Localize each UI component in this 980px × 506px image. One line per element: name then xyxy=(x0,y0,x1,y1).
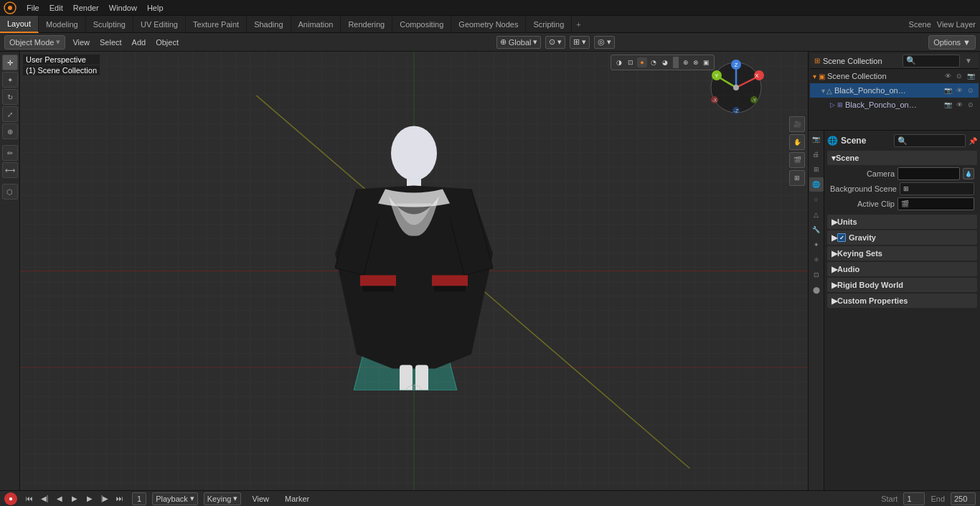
background-scene-field[interactable]: ⊞ xyxy=(900,182,974,195)
proportional-editing[interactable]: ◎ ▾ xyxy=(594,36,615,49)
menu-render[interactable]: Render xyxy=(68,2,104,14)
outliner-restrict-viewport[interactable]: 👁 xyxy=(943,71,953,81)
properties-pin-button[interactable]: 📌 xyxy=(969,137,977,145)
material-mode-button[interactable]: ◔ xyxy=(649,57,659,67)
active-clip-field[interactable]: 🎬 xyxy=(897,197,974,210)
tab-rendering[interactable]: Rendering xyxy=(341,16,392,33)
tool-scale[interactable]: ⤢ xyxy=(2,106,18,122)
scene-selector[interactable]: Scene xyxy=(909,20,931,29)
outliner-sub-camera-icon[interactable]: 📷 xyxy=(943,100,953,110)
viewport-shading-button[interactable]: ◑ xyxy=(614,57,624,67)
outliner-item-camera-icon[interactable]: 📷 xyxy=(943,85,953,95)
render-button[interactable]: ⊡ xyxy=(626,57,636,67)
gravity-section-header[interactable]: ▶ ✓ Gravity xyxy=(827,230,977,245)
snap-toggle[interactable]: ⊞ ▾ xyxy=(570,36,590,49)
prop-icon-object[interactable]: △ xyxy=(809,207,824,222)
viewport-options-button[interactable]: Options ▼ xyxy=(928,35,976,50)
tool-rotate[interactable]: ↻ xyxy=(2,89,18,105)
end-frame-input[interactable]: 250 xyxy=(951,492,976,505)
tool-cursor[interactable]: ✛ xyxy=(2,55,18,70)
prev-frame-button[interactable]: ◀ xyxy=(53,492,66,505)
tool-move[interactable]: ✦ xyxy=(2,72,18,88)
audio-section-header[interactable]: ▶ Audio xyxy=(827,262,977,276)
outliner-item-poncho[interactable]: ▾ △ Black_Poncho_on_Mannequin 📷 👁 ⊙ xyxy=(810,83,979,98)
keying-sets-section-header[interactable]: ▶ Keying Sets xyxy=(827,246,977,261)
gravity-checkbox[interactable]: ✓ xyxy=(837,233,846,242)
units-section-header[interactable]: ▶ Units xyxy=(827,215,977,229)
next-keyframe-button[interactable]: |▶ xyxy=(98,492,111,505)
transform-orientation[interactable]: ⊕ Global ▾ xyxy=(496,36,542,49)
properties-search[interactable]: 🔍 xyxy=(894,134,966,147)
tool-annotate[interactable]: ✏ xyxy=(2,145,18,161)
outliner-item-scene-collection[interactable]: ▾ ▣ Scene Collection 👁 ⊙ 📷 xyxy=(810,69,979,83)
current-frame-display[interactable]: 1 xyxy=(132,492,146,505)
outliner-search[interactable]: 🔍 xyxy=(903,55,960,67)
navigation-gizmo[interactable]: X Y Z -X -Y -Z xyxy=(707,59,765,116)
add-menu[interactable]: Add xyxy=(128,37,151,48)
prop-icon-particles[interactable]: ✦ xyxy=(809,238,824,252)
prop-icon-render[interactable]: 📷 xyxy=(809,132,824,146)
outliner-item-poncho-sub[interactable]: ▷ ⊞ Black_Poncho_on_Manne 📷 👁 ⊙ xyxy=(810,98,979,112)
pan-button[interactable]: ✋ xyxy=(789,134,805,150)
viewport-3d[interactable]: User Perspective (1) Scene Collection X … xyxy=(20,52,808,490)
zoom-button[interactable]: 🎬 xyxy=(789,152,805,168)
timeline-view-menu[interactable]: View xyxy=(247,493,274,505)
snap-view-button[interactable]: ⊞ xyxy=(789,170,805,186)
prop-icon-physics[interactable]: ⚛ xyxy=(809,253,824,267)
camera-field[interactable] xyxy=(897,167,960,180)
overlay-toggle[interactable]: ⊕ xyxy=(682,59,690,66)
playback-menu[interactable]: Playback ▾ xyxy=(152,492,198,505)
object-menu[interactable]: Object xyxy=(151,37,183,48)
prop-icon-world[interactable]: ○ xyxy=(809,192,824,207)
outliner-sub-eye-icon[interactable]: 👁 xyxy=(954,100,964,110)
select-menu[interactable]: Select xyxy=(95,37,126,48)
keying-menu[interactable]: Keying ▾ xyxy=(204,492,242,505)
tab-modeling[interactable]: Modeling xyxy=(39,16,86,33)
menu-help[interactable]: Help xyxy=(142,2,169,14)
prop-icon-modifier[interactable]: 🔧 xyxy=(809,222,824,237)
tab-animation[interactable]: Animation xyxy=(291,16,341,33)
scene-section-header[interactable]: ▾ Scene xyxy=(827,151,977,165)
menu-file[interactable]: File xyxy=(22,2,44,14)
camera-view-button[interactable]: 🎥 xyxy=(789,116,805,132)
prev-keyframe-button[interactable]: ◀| xyxy=(38,492,51,505)
tab-texture-paint[interactable]: Texture Paint xyxy=(186,16,247,33)
view-menu[interactable]: View xyxy=(68,37,94,48)
outliner-filter-button[interactable]: ▼ xyxy=(963,57,974,65)
prop-icon-scene[interactable]: 🌐 xyxy=(809,177,824,192)
menu-window[interactable]: Window xyxy=(104,2,142,14)
tab-sculpting[interactable]: Sculpting xyxy=(86,16,133,33)
tab-compositing[interactable]: Compositing xyxy=(392,16,451,33)
prop-icon-object-data[interactable]: ⊡ xyxy=(809,268,824,282)
tab-uv-editing[interactable]: UV Editing xyxy=(133,16,186,33)
pivot-point[interactable]: ⊙ ▾ xyxy=(545,36,565,49)
play-button[interactable]: ▶ xyxy=(68,492,81,505)
xray-toggle[interactable]: ▣ xyxy=(702,59,711,66)
prop-icon-view-layer[interactable]: ⊞ xyxy=(809,162,824,177)
next-frame-button[interactable]: ▶ xyxy=(83,492,96,505)
tool-measure[interactable]: ⟷ xyxy=(2,162,18,178)
gizmo-toggle[interactable]: ⊗ xyxy=(692,59,700,66)
timeline-marker-menu[interactable]: Marker xyxy=(280,493,314,505)
prop-icon-output[interactable]: 🖨 xyxy=(809,147,824,161)
tab-scripting[interactable]: Scripting xyxy=(526,16,572,33)
mode-selector[interactable]: Object Mode ▾ xyxy=(4,35,65,50)
solid-mode-button[interactable]: ● xyxy=(637,57,647,67)
add-workspace-button[interactable]: + xyxy=(572,19,585,30)
view-layer-selector[interactable]: View Layer xyxy=(937,20,976,29)
jump-to-start-button[interactable]: ⏮ xyxy=(23,492,36,505)
rendered-mode-button[interactable]: ◕ xyxy=(660,57,670,67)
camera-eyedropper-button[interactable]: 💧 xyxy=(963,168,974,179)
tool-add-object[interactable]: ⬡ xyxy=(2,184,18,200)
record-button[interactable]: ● xyxy=(4,492,17,505)
start-frame-input[interactable]: 1 xyxy=(903,492,925,505)
prop-icon-material[interactable]: ⬤ xyxy=(809,283,824,297)
tab-layout[interactable]: Layout xyxy=(0,16,39,33)
menu-edit[interactable]: Edit xyxy=(44,2,68,14)
jump-to-end-button[interactable]: ⏭ xyxy=(113,492,126,505)
outliner-restrict-render[interactable]: 📷 xyxy=(966,71,976,81)
tool-transform[interactable]: ⊕ xyxy=(2,123,18,139)
outliner-item-render-icon[interactable]: ⊙ xyxy=(966,85,976,95)
custom-props-section-header[interactable]: ▶ Custom Properties xyxy=(827,294,977,308)
outliner-restrict-select[interactable]: ⊙ xyxy=(954,71,964,81)
